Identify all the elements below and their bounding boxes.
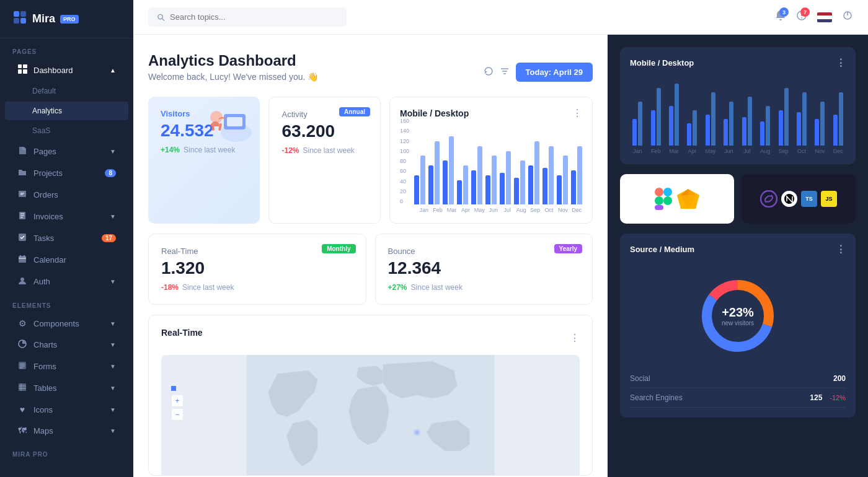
search-input[interactable] [170,12,338,22]
invoices-icon [17,211,27,222]
topbar-right: 3 7 [775,10,853,24]
source-medium-menu[interactable]: ⋮ [836,243,846,255]
svg-rect-8 [19,191,26,197]
svg-point-42 [414,429,421,436]
svg-rect-4 [18,64,22,68]
invoices-chevron: ▼ [110,213,116,220]
header-right: Today: April 29 [484,63,593,82]
orders-icon [17,190,27,200]
dark-mobile-desktop-label: Mobile / Desktop [630,58,694,68]
tables-icon [17,383,27,393]
redux-icon [760,190,777,208]
filter-icon[interactable] [500,66,510,79]
map-menu[interactable]: ⋮ [570,332,580,344]
sidebar-item-default[interactable]: Default [5,82,128,100]
app-name: Mira [32,12,55,25]
auth-chevron: ▼ [110,278,116,285]
javascript-icon: JS [821,191,837,207]
power-button[interactable] [842,10,853,24]
tasks-icon [17,233,27,243]
svg-rect-20 [19,383,26,391]
dark-chart-title: Mobile / Desktop ⋮ [630,57,846,69]
typescript-icon: TS [801,191,817,207]
calendar-label: Calendar [33,255,66,265]
visitors-change-value: +14% [161,146,180,154]
language-flag[interactable] [817,12,832,22]
source-medium-label: Source / Medium [630,245,694,254]
map-background: + − [161,355,580,476]
donut-chart: +23% new visitors [630,263,846,369]
dark-panel: Mobile / Desktop ⋮ JanFebMarAprMayJunJul… [608,35,868,477]
components-label: Components [33,319,79,328]
source-medium-card: Source / Medium ⋮ [620,234,856,418]
activity-card: Annual Activity 63.200 -12% Since last w… [268,97,380,224]
sidebar-item-auth[interactable]: Auth ▼ [5,271,128,292]
svg-rect-19 [20,367,23,369]
charts-icon [17,339,27,350]
sidebar-item-icons[interactable]: ♥ Icons ▼ [5,400,128,419]
main-area: 3 7 Analytics Dashboard Welcome back, Lu… [133,0,868,477]
refresh-icon[interactable] [484,66,494,79]
icons-icon: ♥ [17,405,27,414]
sidebar-item-dashboard[interactable]: Dashboard ▲ [5,59,128,81]
search-box[interactable] [148,7,347,27]
activity-change: -12% Since last week [281,146,367,155]
activity-value: 63.200 [281,121,367,141]
charts-label: Charts [33,340,57,349]
invoices-label: Invoices [33,212,63,221]
visitors-card: Visitors 24.532 +14% Since last week [148,97,260,224]
sidebar-item-orders[interactable]: Orders [5,185,128,205]
sidebar-item-tables[interactable]: Tables ▼ [5,378,128,398]
bounce-change-label: Since last week [411,283,463,292]
realtime-change-value: -18% [161,283,179,292]
forms-label: Forms [33,362,56,371]
orders-label: Orders [33,190,58,199]
projects-icon [17,168,27,178]
activity-badge: Annual [339,107,370,116]
date-button[interactable]: Today: April 29 [516,63,593,82]
realtime-change-label: Since last week [182,283,234,292]
sidebar-item-pages[interactable]: Pages ▼ [5,141,128,162]
mobile-desktop-title: Mobile / Desktop [400,108,469,118]
forms-icon [17,361,27,372]
search-change: -12% [830,394,846,401]
auth-icon [17,276,27,287]
pages-icon [17,146,27,157]
donut-text: new visitors [722,320,754,326]
tech-logos: TS JS [620,174,856,224]
bounce-badge: Yearly [554,244,582,253]
sidebar-item-analytics[interactable]: Analytics [5,102,128,120]
sidebar-item-components[interactable]: ⚙ Components ▼ [5,313,128,333]
default-label: Default [32,87,56,95]
sidebar-item-projects[interactable]: Projects 8 [5,163,128,183]
svg-rect-7 [23,69,27,74]
sidebar-item-maps[interactable]: 🗺 Maps ▼ [5,421,128,440]
sidebar-item-saas[interactable]: SaaS [5,121,128,140]
dark-chart-menu[interactable]: ⋮ [836,57,846,69]
sidebar-item-invoices[interactable]: Invoices ▼ [5,206,128,227]
realtime-change: -18% Since last week [161,283,353,292]
notifications-button[interactable]: 3 [775,10,786,24]
sidebar-logo: Mira PRO [0,0,133,38]
donut-percent: +23% [722,305,754,320]
realtime-badge: Monthly [322,244,355,253]
sidebar-item-forms[interactable]: Forms ▼ [5,356,128,377]
dark-mobile-desktop-card: Mobile / Desktop ⋮ JanFebMarAprMayJunJul… [620,47,856,164]
map-title-row: Real-Time ⋮ [161,328,580,348]
tasks-badge: 17 [102,234,116,242]
tables-chevron: ▼ [110,385,116,392]
figma-sketch-card [620,174,734,224]
alerts-button[interactable]: 7 [796,10,807,24]
map-title: Real-Time [161,328,203,338]
social-value: 200 [833,374,846,383]
bounce-value: 12.364 [388,258,580,278]
sidebar-item-tasks[interactable]: Tasks 17 [5,228,128,248]
sidebar-item-calendar[interactable]: Calendar [5,250,128,270]
svg-rect-45 [655,196,663,205]
maps-label: Maps [33,426,53,435]
sidebar-item-charts[interactable]: Charts ▼ [5,335,128,355]
pages-chevron: ▼ [110,148,116,155]
realtime-card: Monthly Real-Time 1.320 -18% Since last … [148,234,366,305]
maps-chevron: ▼ [110,427,116,434]
content-area: Analytics Dashboard Welcome back, Lucy! … [133,35,868,477]
